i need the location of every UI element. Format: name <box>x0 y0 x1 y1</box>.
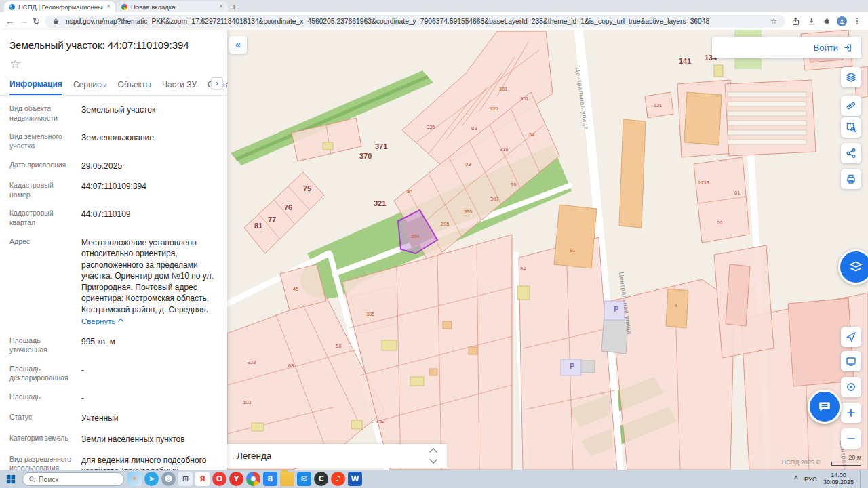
reload-icon[interactable]: ↻ <box>33 17 40 26</box>
attribution-text: НСПД 2025 © <box>782 459 821 466</box>
browser-tab-nspd[interactable]: НСПД | Геоинформационный п × <box>4 1 115 12</box>
field-value: 995 кв. м <box>81 336 218 354</box>
extensions-puzzle-icon[interactable] <box>821 16 832 26</box>
address-bar[interactable]: nspd.gov.ru/map?thematic=PKK&zoom=17.629… <box>45 15 785 28</box>
mail-icon[interactable]: ✉ <box>297 472 311 486</box>
close-tab-icon[interactable]: × <box>219 3 223 10</box>
basemap-icon <box>849 260 863 274</box>
parcel-number-label: 94 <box>520 266 526 272</box>
side-widget-button[interactable] <box>838 249 868 285</box>
tray-chevron-up-icon[interactable]: ^ <box>794 475 798 483</box>
bookmark-star-icon[interactable]: ☆ <box>768 16 779 26</box>
tab-сервисы[interactable]: Сервисы <box>73 73 107 95</box>
yandex-browser-icon[interactable]: Y <box>229 472 243 486</box>
share-map-button[interactable] <box>841 143 861 163</box>
field-row: Кадастровый номер44:07:110109:394 <box>9 176 218 204</box>
scale-ruler <box>831 462 861 466</box>
circle-tool-icon <box>846 382 856 392</box>
people-icon[interactable]: ☻ <box>161 472 176 486</box>
quarter-number-label: 76 <box>284 203 292 211</box>
login-icon <box>843 43 853 53</box>
field-value: Земли населенных пунктов <box>81 434 218 445</box>
weather-widget[interactable]: ☀ <box>127 472 142 486</box>
locate-me-button[interactable] <box>841 327 861 347</box>
tab-объекты[interactable]: Объекты <box>118 73 152 95</box>
share-icon[interactable] <box>790 16 801 26</box>
profile-avatar[interactable] <box>837 16 847 26</box>
taskbar-clock[interactable]: 14:00 30.09.2025 <box>823 472 854 486</box>
parcel-number-label: 394 <box>411 233 420 239</box>
layers-icon <box>846 72 856 83</box>
zoom-in-button[interactable] <box>841 403 861 423</box>
collapse-address-link[interactable]: Свернуть <box>81 317 123 327</box>
forward-icon[interactable]: → <box>19 17 28 26</box>
parcel-number-label: 03 <box>465 161 471 167</box>
screen: НСПД | Геоинформационный п × Новая вклад… <box>0 0 868 488</box>
taskbar-search[interactable]: Поиск <box>22 472 124 486</box>
parcel-number-label: 318 <box>500 146 509 152</box>
quarter-number-label: 370 <box>359 152 372 160</box>
tabs-scroll-right-button[interactable]: › <box>211 77 223 89</box>
notification-edge-button[interactable] <box>860 470 864 488</box>
telegram-icon[interactable]: ➤ <box>144 472 159 486</box>
menu-dots-icon[interactable] <box>852 16 863 26</box>
close-tab-icon[interactable]: × <box>106 3 111 10</box>
parcel-number-label: 152 <box>376 418 385 424</box>
word-icon[interactable]: W <box>348 472 362 486</box>
legend-bar[interactable]: Легенда <box>227 444 447 468</box>
locate-arrow-icon <box>846 331 856 342</box>
select-area-icon <box>846 122 856 133</box>
tab-информация[interactable]: Информация <box>9 73 62 95</box>
print-button[interactable] <box>841 169 861 189</box>
map-area: Центральная улицаЦентральная улицаЦентра… <box>227 30 868 470</box>
parcel-number-label: 103 <box>243 399 252 405</box>
vk-icon[interactable]: В <box>263 472 277 486</box>
search-icon <box>28 476 35 483</box>
fullscreen-button[interactable] <box>841 351 861 371</box>
quarter-number-label: 141 <box>679 57 691 65</box>
music-icon[interactable]: ♪ <box>331 472 345 486</box>
field-row: Вид объекта недвижимостиЗемельный участо… <box>9 100 218 127</box>
radius-tool-button[interactable] <box>841 377 861 397</box>
legend-toggle-button[interactable] <box>429 448 437 464</box>
scale-bar: 20 м <box>831 454 861 466</box>
opera-icon[interactable]: O <box>212 472 226 486</box>
ruler-icon <box>846 100 856 111</box>
parcel-number-label: 385 <box>366 311 375 317</box>
newtab-favicon <box>121 4 127 10</box>
yandex-icon[interactable]: Я <box>195 472 210 486</box>
lock-icon <box>51 16 62 26</box>
parking-label: P <box>614 305 618 313</box>
parking-label: P <box>570 362 574 370</box>
minus-icon <box>846 433 856 444</box>
zoom-out-button[interactable] <box>841 428 861 449</box>
folder-icon[interactable] <box>280 472 294 486</box>
collapse-panel-button[interactable]: « <box>229 36 247 54</box>
nspd-favicon <box>9 4 15 10</box>
download-icon[interactable] <box>806 16 816 26</box>
layers-button[interactable] <box>841 67 861 87</box>
cadastral-map[interactable]: Центральная улицаЦентральная улицаЦентра… <box>227 30 868 470</box>
parcel-number-label: 326 <box>490 106 498 112</box>
code-icon[interactable]: C <box>314 472 328 486</box>
chevron-down-icon <box>429 455 437 463</box>
field-row: Площадь уточненная995 кв. м <box>9 331 218 359</box>
select-area-button[interactable] <box>841 117 861 138</box>
language-indicator[interactable]: РУС <box>804 475 817 483</box>
measure-button[interactable] <box>841 96 861 116</box>
chrome-icon[interactable] <box>246 472 260 486</box>
favorite-star-icon[interactable]: ☆ <box>0 52 21 72</box>
panel-fields: Вид объекта недвижимостиЗемельный участо… <box>0 96 227 488</box>
start-button[interactable] <box>3 471 19 487</box>
apps-grid-icon[interactable]: ⊞ <box>178 472 193 486</box>
field-value: - <box>81 392 218 404</box>
back-icon[interactable]: ← <box>5 17 14 26</box>
chat-button[interactable] <box>808 390 842 424</box>
tab-части зу[interactable]: Части ЗУ <box>162 73 197 95</box>
field-value: Местоположение установлено относительно … <box>81 237 218 327</box>
tab-title: Новая вкладка <box>131 3 216 11</box>
chevron-up-icon <box>429 448 437 455</box>
browser-tab-new[interactable]: Новая вкладка × <box>117 1 228 12</box>
new-tab-button[interactable]: + <box>228 1 240 12</box>
login-bar[interactable]: Войти <box>712 37 861 58</box>
